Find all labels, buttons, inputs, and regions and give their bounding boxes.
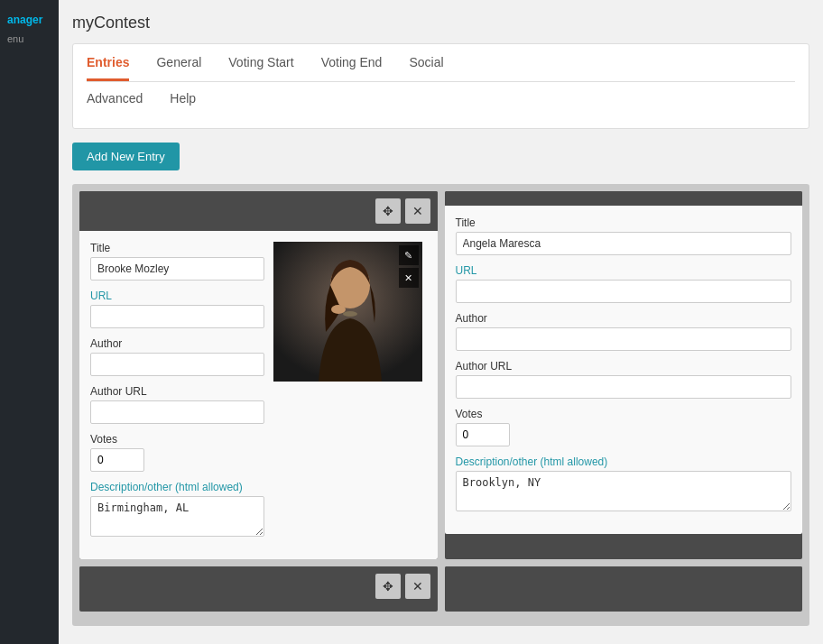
tab-voting-end[interactable]: Voting End	[321, 55, 383, 81]
entry-2-description-textarea[interactable]: Brooklyn, NY	[456, 471, 792, 511]
tab-social[interactable]: Social	[409, 55, 443, 81]
entry-2-title-group: Title	[456, 216, 792, 255]
entry-2-description-group: Description/other (html allowed) Brookly…	[456, 455, 792, 514]
entry-1-votes-group: Votes	[90, 433, 264, 472]
entry-card-4	[445, 566, 803, 612]
entry-card-3-header: ✥ ✕	[79, 566, 438, 606]
entry-1-description-textarea[interactable]: Birmingham, AL	[90, 496, 264, 537]
contest-title: myContest	[72, 14, 809, 32]
entry-1-author-group: Author	[90, 337, 264, 376]
entry-1-votes-label: Votes	[90, 433, 264, 446]
entry-2-author-url-label: Author URL	[456, 360, 792, 373]
sidebar-title: anager	[0, 9, 59, 31]
entry-1-author-url-input[interactable]	[90, 400, 264, 424]
tabs-row-2: Advanced Help	[87, 82, 795, 128]
entry-card-1-body: Title URL Author	[79, 231, 438, 559]
entry-1-url-input[interactable]	[90, 305, 264, 328]
entry-1-url-label: URL	[90, 290, 264, 302]
entry-card-1-header: ✥ ✕	[79, 191, 438, 231]
entry-2-votes-input[interactable]	[456, 423, 510, 446]
entry-2-url-label: URL	[456, 264, 792, 277]
close-icon: ✕	[412, 204, 423, 218]
entry-1-author-url-group: Author URL	[90, 385, 264, 424]
tab-voting-start[interactable]: Voting Start	[228, 55, 293, 81]
entry-2-author-url-group: Author URL	[456, 360, 792, 399]
svg-point-2	[343, 311, 357, 317]
entry-card-2-body: Title URL Author Author URL	[445, 206, 803, 534]
entries-container: ✥ ✕ Title URL	[72, 184, 809, 626]
entry-2-author-url-input[interactable]	[456, 375, 792, 399]
entry-3-close-button[interactable]: ✕	[405, 574, 430, 599]
edit-icon: ✎	[404, 250, 412, 262]
entry-1-author-label: Author	[90, 337, 264, 350]
tab-help[interactable]: Help	[170, 91, 196, 117]
entry-card-4-header	[445, 566, 803, 581]
entry-2-title-input[interactable]	[456, 232, 792, 255]
svg-point-3	[331, 305, 346, 314]
entry-1-title-label: Title	[90, 242, 264, 254]
entry-1-title-input[interactable]	[90, 257, 264, 281]
entry-1-image: ✎ ✕	[273, 242, 422, 382]
entry-2-title-label: Title	[456, 216, 792, 229]
tabs-container: Entries General Voting Start Voting End …	[72, 43, 809, 129]
entry-2-author-group: Author	[456, 312, 792, 351]
entry-1-url-group: URL	[90, 290, 264, 328]
entry-1-move-button[interactable]: ✥	[375, 198, 401, 224]
entry-1-votes-input[interactable]	[90, 448, 144, 472]
entry-1-image-buttons: ✎ ✕	[399, 245, 419, 288]
entry-card-3: ✥ ✕	[79, 566, 438, 612]
entry-2-votes-label: Votes	[456, 408, 792, 420]
entry-1-image-edit-button[interactable]: ✎	[399, 245, 419, 265]
entry-card-2: Title URL Author Author URL	[445, 191, 803, 559]
entry-2-author-label: Author	[456, 312, 792, 325]
entry-2-description-label: Description/other (html allowed)	[456, 455, 792, 468]
close-icon-2: ✕	[412, 579, 423, 593]
remove-icon: ✕	[404, 272, 412, 284]
tab-general[interactable]: General	[156, 55, 201, 81]
main-content: myContest Entries General Voting Start V…	[59, 0, 823, 644]
entry-card-2-header	[445, 191, 803, 206]
entry-3-move-button[interactable]: ✥	[375, 574, 401, 599]
entry-1-close-button[interactable]: ✕	[405, 198, 430, 224]
entry-1-author-url-label: Author URL	[90, 385, 264, 398]
entry-2-url-input[interactable]	[456, 280, 792, 303]
entry-1-image-section: ✎ ✕	[273, 242, 427, 548]
sidebar: anager enu	[0, 0, 59, 644]
entry-1-image-remove-button[interactable]: ✕	[399, 268, 419, 288]
entry-2-author-input[interactable]	[456, 327, 792, 351]
entry-2-votes-group: Votes	[456, 408, 792, 446]
add-new-entry-button[interactable]: Add New Entry	[72, 143, 180, 170]
entry-1-title-group: Title	[90, 242, 264, 281]
entry-1-description-group: Description/other (html allowed) Birming…	[90, 481, 264, 539]
entry-1-fields: Title URL Author	[90, 242, 264, 548]
entry-2-url-group: URL	[456, 264, 792, 303]
entry-1-author-input[interactable]	[90, 353, 264, 376]
entry-1-description-label: Description/other (html allowed)	[90, 481, 264, 493]
move-icon-2: ✥	[383, 579, 393, 593]
tab-advanced[interactable]: Advanced	[87, 91, 143, 117]
sidebar-menu: enu	[0, 31, 59, 47]
tab-entries[interactable]: Entries	[87, 55, 129, 81]
entry-row-2: ✥ ✕	[79, 566, 802, 612]
move-icon: ✥	[383, 204, 393, 218]
entry-card-1: ✥ ✕ Title URL	[79, 191, 438, 559]
entry-row-1: ✥ ✕ Title URL	[79, 191, 802, 559]
tabs-row-1: Entries General Voting Start Voting End …	[87, 44, 795, 81]
